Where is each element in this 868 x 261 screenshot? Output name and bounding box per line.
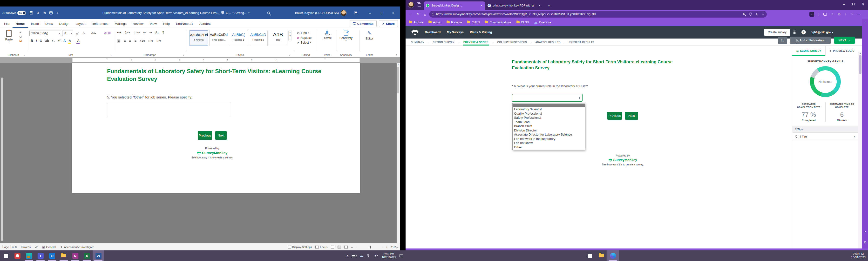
find-button[interactable]: Find▾ bbox=[297, 31, 311, 35]
style-title[interactable]: AaBTitle bbox=[269, 30, 287, 46]
strikethrough-button[interactable]: ab bbox=[44, 39, 50, 43]
close-tab-icon[interactable]: ✕ bbox=[538, 4, 540, 7]
focus-button[interactable]: Focus bbox=[315, 246, 328, 249]
comments-button[interactable]: Comments bbox=[350, 20, 377, 27]
styles-scroll-down-icon[interactable]: ▼ bbox=[289, 35, 291, 37]
tab-mailings[interactable]: Mailings bbox=[112, 19, 130, 28]
tab-references[interactable]: References bbox=[89, 19, 112, 28]
superscript-button[interactable]: x² bbox=[56, 39, 62, 43]
volume-muted-icon[interactable]: ◄× bbox=[374, 254, 378, 257]
tab-layout[interactable]: Layout bbox=[72, 19, 89, 28]
sidebar-share-icon[interactable]: ↗ bbox=[862, 230, 868, 234]
browser-restore-button[interactable] bbox=[849, 0, 858, 8]
format-painter-icon[interactable]: ◪ bbox=[18, 39, 24, 43]
share-button[interactable]: ↗Share bbox=[379, 20, 398, 27]
browser-minimize-button[interactable]: – bbox=[839, 0, 849, 8]
step-design-survey[interactable]: DESIGN SURVEY bbox=[433, 41, 455, 44]
sidebar-settings-gear-icon[interactable]: ⚙ bbox=[862, 240, 868, 244]
styles-more-icon[interactable]: ▾ bbox=[289, 38, 290, 40]
line-spacing-icon[interactable]: ↕≡▾ bbox=[140, 39, 145, 43]
taskbar-edge[interactable] bbox=[607, 251, 619, 261]
redo-icon[interactable]: ↻ bbox=[42, 11, 48, 15]
tab-acrobat[interactable]: Acrobat bbox=[196, 19, 214, 28]
doc-next-button[interactable]: Next bbox=[215, 131, 227, 140]
dictate-button[interactable]: Dictate bbox=[319, 30, 336, 40]
option-item[interactable]: Quality Professional bbox=[513, 111, 585, 116]
zoom-out-icon[interactable]: – bbox=[351, 246, 352, 249]
next-step-button[interactable]: NEXT→ bbox=[834, 37, 855, 44]
nav-dashboard[interactable]: Dashboard bbox=[425, 31, 440, 34]
survey-next-button[interactable]: Next bbox=[625, 112, 638, 120]
font-size-select[interactable]: 11▾ bbox=[62, 31, 73, 36]
step-collect-responses[interactable]: COLLECT RESPONSES bbox=[497, 41, 527, 44]
scroll-thumb[interactable] bbox=[859, 55, 862, 74]
back-icon[interactable]: ← bbox=[407, 12, 414, 16]
create-survey-link[interactable]: create a survey bbox=[215, 156, 232, 159]
step-preview-score[interactable]: PREVIEW & SCORE bbox=[463, 39, 489, 45]
style-heading2[interactable]: AaBbCcDHeading 2 bbox=[249, 30, 268, 46]
password-manager-icon[interactable]: ▪ bbox=[809, 12, 814, 16]
tab-endnote[interactable]: EndNote 21 bbox=[173, 19, 196, 28]
option-item[interactable]: Associate Director for Laboratory Scienc… bbox=[513, 133, 585, 137]
surveymonkey-logo-icon[interactable] bbox=[411, 29, 418, 36]
tab-score-survey[interactable]: ◎SCORE SURVEY bbox=[792, 46, 826, 56]
style-normal[interactable]: AaBbCcDd¶ Normal bbox=[189, 30, 208, 46]
taskbar-file-explorer[interactable] bbox=[58, 251, 69, 261]
display-settings-button[interactable]: Display Settings bbox=[288, 246, 312, 249]
taskbar-teams[interactable]: T bbox=[35, 251, 46, 261]
align-right-icon[interactable]: ≡ bbox=[129, 39, 131, 43]
zoom-slider[interactable] bbox=[356, 247, 383, 247]
title-caret-icon[interactable]: ▾ bbox=[248, 11, 250, 14]
font-launcher-icon[interactable]: ⌟ bbox=[111, 54, 112, 56]
text-effects-icon[interactable]: A bbox=[62, 39, 67, 43]
tab-insert[interactable]: Insert bbox=[28, 19, 42, 28]
copy-icon[interactable]: ⧉ bbox=[18, 35, 24, 39]
user-avatar[interactable] bbox=[340, 10, 347, 16]
option-item[interactable]: I do not know bbox=[513, 141, 585, 145]
start-button[interactable] bbox=[0, 251, 11, 261]
borders-icon[interactable]: ⊞▾ bbox=[156, 39, 161, 43]
taskbar-excel[interactable]: X bbox=[81, 251, 93, 261]
option-item[interactable]: Safety Professional bbox=[513, 116, 585, 120]
tab-help[interactable]: Help bbox=[160, 19, 173, 28]
tab-review[interactable]: Review bbox=[130, 19, 147, 28]
reload-icon[interactable]: ↻ bbox=[414, 12, 422, 16]
style-no-spacing[interactable]: AaBbCcDd¶ No Spac... bbox=[209, 30, 228, 46]
create-survey-button[interactable]: Create survey bbox=[764, 29, 790, 36]
option-item[interactable]: Laboratory Scientist bbox=[513, 107, 585, 111]
tab-google-search[interactable]: G print survey monkey PDF with an ✕ bbox=[485, 1, 546, 10]
zoom-slider-thumb[interactable] bbox=[370, 246, 371, 249]
page-indicator[interactable]: Page 8 of 8 bbox=[2, 246, 17, 249]
new-tab-button[interactable]: + bbox=[548, 3, 550, 8]
notification-center-icon[interactable] bbox=[400, 254, 403, 257]
clipboard-launcher-icon[interactable]: ⌟ bbox=[24, 54, 25, 56]
step-summary[interactable]: SUMMARY bbox=[411, 41, 424, 44]
bullet-list-icon[interactable]: •≡▾ bbox=[117, 31, 122, 34]
proofing-icon[interactable]: 🖉 bbox=[35, 245, 38, 249]
bookmark-ches[interactable]: CHES bbox=[467, 21, 479, 24]
page-scrollbar[interactable]: ▲ ▼ bbox=[858, 51, 862, 261]
duplicate-tab-icon[interactable]: ⧉ bbox=[838, 12, 840, 16]
option-item[interactable]: Other bbox=[513, 145, 585, 150]
taskbar-security-app[interactable] bbox=[11, 251, 23, 261]
doc-previous-button[interactable]: Previous bbox=[198, 131, 212, 140]
bookmark-onedrive[interactable]: ☁OneDrive bbox=[534, 20, 551, 25]
onedrive-icon[interactable]: ☁ bbox=[360, 254, 363, 258]
shopping-tag-icon[interactable] bbox=[749, 12, 752, 16]
document-scrollbar[interactable]: ▲ bbox=[397, 63, 400, 243]
close-tab-icon[interactable]: ✕ bbox=[480, 4, 483, 7]
tab-preview-logic[interactable]: ⋔PREVIEW LOGIC bbox=[826, 46, 859, 56]
justify-icon[interactable]: ≡ bbox=[134, 39, 136, 43]
tab-file[interactable]: File bbox=[1, 19, 12, 28]
split-screen-icon[interactable] bbox=[824, 13, 827, 16]
downloads-icon[interactable]: ↓ bbox=[844, 12, 846, 16]
bookmark-admin[interactable]: Admin bbox=[429, 21, 441, 24]
collections-icon[interactable]: ☆ bbox=[831, 12, 834, 16]
replace-button[interactable]: ⇄Replace bbox=[297, 35, 311, 40]
browser-profile-avatar[interactable] bbox=[408, 2, 414, 8]
tab-groups-icon[interactable] bbox=[416, 2, 421, 6]
zoom-search-icon[interactable] bbox=[743, 13, 745, 15]
editor-button[interactable]: ✎Editor bbox=[361, 30, 378, 40]
bookmark-rstudio[interactable]: R studio bbox=[446, 21, 462, 24]
help-icon[interactable]: ? bbox=[802, 30, 806, 34]
